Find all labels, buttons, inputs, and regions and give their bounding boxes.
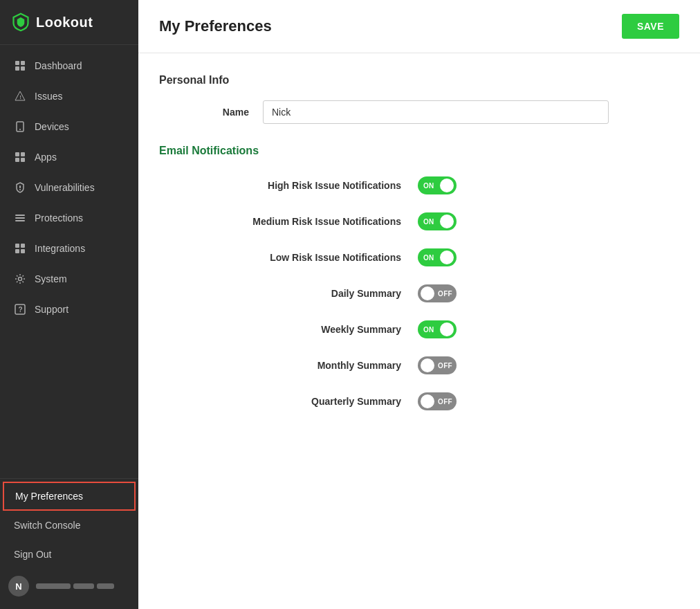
protections-icon [14, 212, 26, 224]
sidebar-item-system[interactable]: System [0, 264, 138, 294]
dashboard-label: Dashboard [35, 60, 82, 71]
daily-summary-label: Daily Summary [180, 288, 401, 299]
svg-rect-15 [15, 220, 25, 221]
my-preferences-label: My Preferences [15, 491, 83, 502]
svg-rect-1 [21, 61, 25, 65]
support-icon: ? [14, 303, 26, 316]
sign-out-label: Sign Out [14, 549, 51, 560]
email-notifications-title: Email Notifications [159, 145, 679, 157]
monthly-summary-label: Monthly Summary [180, 360, 401, 371]
quarterly-summary-toggle[interactable]: OFF [418, 392, 457, 410]
personal-info-title: Personal Info [159, 74, 679, 87]
svg-rect-0 [15, 61, 19, 65]
svg-rect-14 [15, 217, 25, 219]
svg-point-12 [19, 189, 21, 190]
svg-rect-8 [21, 152, 25, 156]
svg-rect-2 [15, 66, 19, 71]
high-risk-label: High Risk Issue Notifications [180, 180, 401, 191]
sign-out-item[interactable]: Sign Out [0, 540, 138, 569]
main-nav: Dashboard ! Issues Devices [0, 45, 138, 478]
name-row: Name [180, 100, 679, 124]
name-label: Name [180, 107, 249, 118]
issues-label: Issues [35, 91, 62, 102]
avatar-name-block [36, 583, 71, 589]
monthly-summary-toggle-knob [421, 358, 434, 372]
weekly-summary-toggle-text: ON [423, 326, 434, 334]
name-input[interactable] [263, 100, 609, 124]
svg-point-20 [19, 278, 22, 281]
sidebar-item-vulnerabilities[interactable]: Vulnerabilities [0, 172, 138, 203]
user-avatar-row: N [0, 569, 138, 603]
daily-summary-toggle[interactable]: OFF [418, 284, 457, 302]
issues-icon: ! [14, 90, 26, 102]
switch-console-item[interactable]: Switch Console [0, 511, 138, 540]
svg-rect-16 [15, 244, 19, 248]
my-preferences-item[interactable]: My Preferences [3, 482, 136, 511]
svg-rect-17 [21, 244, 25, 248]
high-risk-toggle[interactable]: ON [418, 176, 457, 194]
sidebar-item-devices[interactable]: Devices [0, 111, 138, 142]
medium-risk-toggle-text: ON [423, 218, 434, 226]
devices-label: Devices [35, 121, 69, 132]
notification-row-monthly-summary: Monthly Summary OFF [180, 356, 679, 374]
svg-rect-13 [15, 215, 25, 216]
svg-rect-9 [15, 158, 19, 162]
protections-label: Protections [35, 212, 83, 224]
quarterly-summary-toggle-knob [421, 394, 434, 408]
svg-text:!: ! [20, 95, 21, 100]
notification-row-high-risk: High Risk Issue Notifications ON [180, 176, 679, 194]
integrations-label: Integrations [35, 243, 85, 254]
avatar-info [36, 583, 130, 589]
weekly-summary-toggle[interactable]: ON [418, 320, 457, 338]
avatar-extra-block [97, 583, 114, 589]
logo-area: Lookout [0, 0, 138, 45]
svg-rect-11 [19, 185, 21, 188]
vulnerabilities-label: Vulnerabilities [35, 182, 95, 193]
svg-rect-19 [21, 249, 25, 253]
notification-row-low-risk: Low Risk Issue Notifications ON [180, 248, 679, 266]
monthly-summary-toggle[interactable]: OFF [418, 356, 457, 374]
daily-summary-toggle-knob [421, 287, 434, 300]
sidebar-item-apps[interactable]: Apps [0, 142, 138, 172]
avatar: N [8, 576, 29, 597]
low-risk-toggle[interactable]: ON [418, 248, 457, 266]
dashboard-icon [14, 60, 26, 72]
quarterly-summary-label: Quarterly Summary [180, 396, 401, 407]
svg-rect-18 [15, 249, 19, 253]
page-title: My Preferences [159, 17, 272, 35]
sidebar-item-issues[interactable]: ! Issues [0, 81, 138, 111]
low-risk-label: Low Risk Issue Notifications [180, 252, 401, 263]
high-risk-toggle-text: ON [423, 182, 434, 190]
vulnerabilities-icon [14, 181, 26, 194]
notification-row-medium-risk: Medium Risk Issue Notifications ON [180, 212, 679, 230]
daily-summary-toggle-text: OFF [438, 290, 452, 298]
app-name: Lookout [36, 15, 93, 30]
integrations-icon [14, 242, 26, 255]
save-button[interactable]: SAVE [622, 14, 679, 39]
support-label: Support [35, 304, 68, 315]
personal-info-section: Personal Info Name [159, 74, 679, 124]
quarterly-summary-toggle-text: OFF [438, 398, 452, 406]
avatar-detail-block [73, 583, 94, 589]
monthly-summary-toggle-text: OFF [438, 362, 452, 370]
medium-risk-toggle[interactable]: ON [418, 212, 457, 230]
notification-row-quarterly-summary: Quarterly Summary OFF [180, 392, 679, 410]
svg-point-6 [19, 129, 21, 130]
main-header: My Preferences SAVE [138, 0, 700, 53]
apps-label: Apps [35, 152, 57, 163]
weekly-summary-label: Weekly Summary [180, 324, 401, 335]
main-body: Personal Info Name Email Notifications H… [138, 53, 700, 449]
sidebar-item-integrations[interactable]: Integrations [0, 233, 138, 264]
medium-risk-label: Medium Risk Issue Notifications [180, 216, 401, 227]
system-label: System [35, 273, 67, 284]
sidebar-item-dashboard[interactable]: Dashboard [0, 51, 138, 81]
notification-row-daily-summary: Daily Summary OFF [180, 284, 679, 302]
sidebar-item-support[interactable]: ? Support [0, 294, 138, 325]
sidebar-item-protections[interactable]: Protections [0, 203, 138, 233]
svg-rect-3 [21, 66, 25, 71]
system-icon [14, 273, 26, 285]
high-risk-toggle-knob [440, 179, 454, 192]
main-content: My Preferences SAVE Personal Info Name E… [138, 0, 700, 609]
apps-icon [14, 151, 26, 163]
devices-icon [14, 120, 26, 133]
